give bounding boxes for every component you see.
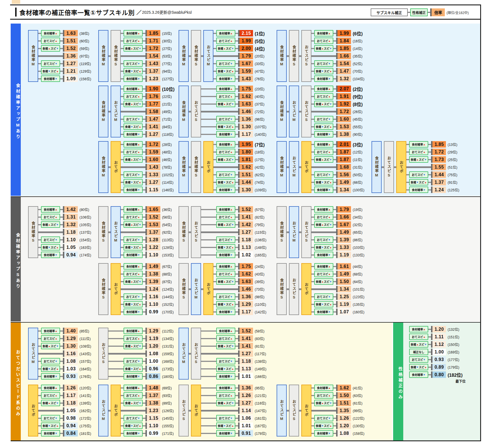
connector-line <box>121 403 124 404</box>
connector-line <box>108 376 124 377</box>
connector-line <box>143 433 145 434</box>
rank-label: (86位) <box>353 236 363 243</box>
rank-label: (54位) <box>162 221 172 228</box>
multiplier-value: 0.96 <box>147 366 160 372</box>
nature-label: おてスピ▲ <box>409 334 428 340</box>
multiplier-value: 1.08 <box>147 350 160 357</box>
nature-label: 食確▼ スピ▲ <box>314 244 333 251</box>
page-subtitle: 2025.3.26更新@SwabluPksl <box>142 9 192 15</box>
multiplier-value: 1.38 <box>147 400 160 406</box>
rank-label: (96位) <box>255 116 265 122</box>
rank-label: (142位) <box>255 309 266 315</box>
nature-label: 食確▼ スピ▲ <box>409 179 428 185</box>
connector-line <box>235 40 238 42</box>
down-triangle-icon: ▼ <box>231 47 234 50</box>
subskill-column-ing_s: 食材確率S <box>98 263 108 315</box>
nature-label: 食材確率▼ <box>314 252 333 258</box>
subskill-column-ing_m: 食材確率M <box>372 141 382 193</box>
multiplier-value: 1.19 <box>338 252 351 258</box>
subskill-column-ing_m: 食材確率M <box>277 86 287 137</box>
rank-label: (37位) <box>255 101 265 107</box>
connector-line <box>108 368 124 369</box>
rank-label: (71位) <box>162 116 172 122</box>
connector-line <box>299 55 301 57</box>
up-triangle-icon: ▲ <box>223 158 226 161</box>
legend-connector <box>408 12 410 13</box>
connector-line <box>333 40 336 42</box>
multiplier-value: 1.18 <box>240 236 253 243</box>
down-triangle-icon: ▼ <box>321 125 324 128</box>
down-triangle-icon: ▼ <box>321 181 324 184</box>
nature-label: おてスピ▲ <box>41 392 60 399</box>
nature-label: おてスピ▼ <box>124 60 143 67</box>
rank-label: (173位) <box>162 366 174 372</box>
rank-label: (155位) <box>162 422 174 429</box>
multiplier-value: 1.76 <box>147 93 160 100</box>
connector-line <box>38 425 41 426</box>
nature-label: 食確▼ スピ▲ <box>216 366 235 372</box>
multiplier-value: 1.26 <box>338 415 351 421</box>
rank-label: (132位) <box>448 326 459 332</box>
page-title: 食材確率の補正倍率一覧①サブスキル別 <box>19 8 135 17</box>
skill-combo-group: 食材確率MおてスピS食材確率▲1.75(23位)おてスピ▲1.62(40位)食確… <box>179 86 275 139</box>
skill-combo-group: 食材確率SおてスピMおてボ食材確率▲1.75(24位)おてスピ▲1.62(43位… <box>179 263 275 316</box>
down-triangle-icon: ▼ <box>423 173 426 176</box>
connector-line <box>235 296 238 297</box>
up-triangle-icon: ▲ <box>230 330 233 332</box>
up-triangle-icon: ▲ <box>139 181 141 184</box>
connector-line <box>311 387 314 389</box>
nature-label: 食材確率▲ <box>124 30 143 36</box>
down-triangle-icon: ▼ <box>328 62 331 65</box>
up-triangle-icon: ▲ <box>230 151 233 153</box>
connector-line <box>143 182 145 183</box>
multiplier-value: 1.85 <box>432 141 446 148</box>
rank-label: (101位) <box>353 286 364 292</box>
connector-line-main <box>38 231 63 233</box>
down-triangle-icon: ▼ <box>321 246 324 249</box>
up-triangle-icon: ▲ <box>139 424 141 427</box>
connector-line <box>311 266 314 267</box>
connector-line <box>428 329 431 330</box>
connector-line <box>235 78 238 79</box>
connector-line <box>299 288 301 290</box>
subskill-column-bonus: おてボ <box>191 385 201 436</box>
nature-label: おてスピ▲ <box>314 271 333 277</box>
rank-label: (26位) <box>353 108 363 115</box>
connector-line <box>213 71 216 72</box>
up-triangle-icon: ▲ <box>56 70 59 73</box>
connector-line <box>333 126 336 127</box>
connector-line <box>333 274 336 275</box>
multiplier-value: 1.60 <box>147 156 160 163</box>
up-triangle-icon: ▲ <box>231 246 234 249</box>
rank-label: (79位) <box>255 221 265 228</box>
up-triangle-icon: ▲ <box>416 158 419 161</box>
nature-label: 食材確率▲ <box>314 141 333 148</box>
multiplier-value: 1.55 <box>432 164 446 170</box>
connector-line <box>311 48 314 49</box>
rank-label: (162位) <box>79 407 91 414</box>
connector-line <box>235 209 238 210</box>
up-triangle-icon: ▲ <box>138 265 140 268</box>
connector-line <box>38 376 41 377</box>
rank-label: (151位) <box>448 334 459 340</box>
nature-label: 食確▼ スピ▲ <box>314 123 333 130</box>
band-ingredient-m-label: 食材確率アップMあり <box>11 24 21 196</box>
connector-line <box>333 425 336 426</box>
rank-label: (81位) <box>255 343 265 349</box>
skill-combo-group: 食材確率▲1.20(132位)おてスピ▲1.11(151位)食確▲ スピ▼1.1… <box>409 326 483 379</box>
connector-line <box>213 63 216 64</box>
rank-label: (150位) <box>448 341 459 348</box>
nature-label: 食材確率▼ <box>124 373 143 380</box>
connector-line <box>121 71 124 72</box>
down-triangle-icon: ▼ <box>139 103 141 105</box>
nature-label: 食確▼ スピ▲ <box>216 179 235 185</box>
multiplier-value: 0.99 <box>147 430 160 436</box>
multiplier-value: 1.47 <box>338 68 351 74</box>
up-triangle-icon: ▲ <box>328 32 331 35</box>
up-triangle-icon: ▲ <box>55 32 58 35</box>
rank-label: (124位) <box>162 286 174 292</box>
skill-combo-group: おてスピMおてスピS食材確率▲1.52(58位)おてスピ▲1.41(83位)食確… <box>179 328 275 381</box>
nature-label: 食材確率▲ <box>124 141 143 148</box>
nature-label: 食確▲ スピ▼ <box>314 278 333 285</box>
rank-label: (90位) <box>353 131 363 137</box>
